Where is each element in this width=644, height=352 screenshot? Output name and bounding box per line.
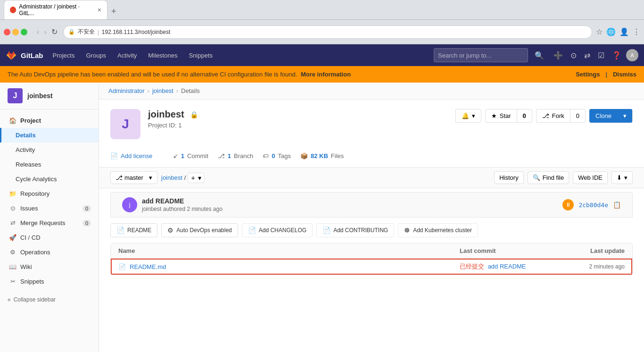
add-kubernetes-btn[interactable]: ☸ Add Kubernetes cluster xyxy=(398,223,478,237)
file-icon: 📄 xyxy=(118,263,126,270)
account-btn[interactable]: 👤 xyxy=(619,27,629,36)
nav-icons: ➕ ⊙ ⇄ ☑ ❓ A xyxy=(551,44,638,66)
add-changelog-btn[interactable]: 📄 Add CHANGELOG xyxy=(242,223,313,237)
changelog-icon: 📄 xyxy=(248,226,256,234)
nav-activity[interactable]: Activity xyxy=(112,44,142,66)
fork-icon: ⎇ xyxy=(542,112,549,119)
maximize-btn[interactable] xyxy=(21,29,27,35)
star-count: 0 xyxy=(523,112,526,119)
gitlab-text: GitLab xyxy=(21,51,43,59)
breadcrumb-project[interactable]: joinbest xyxy=(152,87,173,94)
merge-requests-btn[interactable]: ⇄ xyxy=(581,44,593,66)
contributing-icon: 📄 xyxy=(322,226,330,234)
help-btn[interactable]: ❓ xyxy=(609,44,624,66)
commit-hash-link[interactable]: 2cb80d4e xyxy=(578,201,608,209)
download-btn[interactable]: ⬇ ▾ xyxy=(611,171,633,184)
breadcrumb-root[interactable]: Administrator xyxy=(108,87,145,94)
tags-link[interactable]: 🏷 0 Tags xyxy=(263,152,291,159)
sidebar-item-project[interactable]: 🏠 Project xyxy=(0,113,99,128)
new-tab-btn[interactable]: + xyxy=(107,5,120,18)
commit-link-text[interactable]: add README xyxy=(488,263,526,270)
sidebar-collapse-btn[interactable]: « Collapse sidebar xyxy=(0,293,99,307)
sidebar-project-name: joinbest xyxy=(27,92,53,100)
gitlab-logo[interactable]: GitLab xyxy=(6,50,43,61)
tab-close-btn[interactable]: × xyxy=(98,6,101,14)
plus-btn[interactable]: ➕ xyxy=(551,44,566,66)
app-layout: J joinbest 🏠 Project Details Activity Re… xyxy=(0,83,644,352)
clone-dropdown-btn[interactable]: ▾ xyxy=(617,109,633,123)
col-update: Last update xyxy=(554,247,625,254)
sidebar-nav: 🏠 Project Details Activity Releases Cycl… xyxy=(0,109,99,293)
notify-btn[interactable]: 🔔 ▾ xyxy=(455,109,481,123)
banner-dismiss-btn[interactable]: Dismiss xyxy=(613,71,636,78)
path-add-btn[interactable]: + ▾ xyxy=(188,173,204,183)
file-list-header: Name Last commit Last update xyxy=(111,243,632,259)
close-btn[interactable] xyxy=(4,29,10,35)
size-link[interactable]: 📦 82 KB Files xyxy=(300,152,344,159)
sidebar-item-repository[interactable]: 📁 Repository xyxy=(0,186,99,201)
nav-snippets[interactable]: Snippets xyxy=(183,44,218,66)
issues-badge: 0 xyxy=(83,205,91,212)
sidebar-item-cycle-analytics[interactable]: Cycle Analytics xyxy=(0,172,99,186)
sidebar-item-issues[interactable]: ⊙ Issues 0 xyxy=(0,201,99,216)
nav-projects[interactable]: Projects xyxy=(47,44,81,66)
menu-btn[interactable]: ⋮ xyxy=(633,27,640,36)
sidebar-item-details[interactable]: Details xyxy=(0,128,99,142)
web-ide-btn[interactable]: Web IDE xyxy=(573,171,608,184)
active-tab[interactable]: Administrator / joinbest · GitL... × xyxy=(4,0,107,19)
sidebar-item-operations[interactable]: ⚙ Operations xyxy=(0,245,99,260)
path-root[interactable]: joinbest xyxy=(161,174,182,181)
branch-selector[interactable]: ⎇ master ▾ xyxy=(110,171,157,184)
project-icon: 🏠 xyxy=(9,117,17,124)
user-avatar[interactable]: A xyxy=(626,49,638,61)
branches-link[interactable]: ⎇ 1 Branch xyxy=(218,152,253,159)
sidebar-item-merge-requests[interactable]: ⇄ Merge Requests 0 xyxy=(0,216,99,230)
translate-btn[interactable]: 🌐 xyxy=(606,27,616,36)
nav-groups[interactable]: Groups xyxy=(80,44,112,66)
banner-more-info-link[interactable]: More information xyxy=(301,71,351,78)
add-license-link[interactable]: 📄 Add license xyxy=(110,152,152,159)
readme-btn[interactable]: 📄 README xyxy=(110,223,157,237)
sidebar-item-cicd[interactable]: 🚀 CI / CD xyxy=(0,230,99,245)
back-btn[interactable]: ‹ xyxy=(35,26,41,37)
sidebar-item-snippets[interactable]: ✂ Snippets xyxy=(0,274,99,289)
sidebar-item-releases[interactable]: Releases xyxy=(0,157,99,172)
banner-settings-link[interactable]: Settings xyxy=(576,71,600,78)
address-bar[interactable]: 🔒 不安全 | 192.168.111.3/root/joinbest xyxy=(63,25,592,39)
repository-icon: 📁 xyxy=(9,190,17,197)
fork-btn[interactable]: ⎇ Fork xyxy=(536,109,570,123)
main-content: Administrator › joinbest › Details J joi… xyxy=(99,83,644,352)
visibility-icon: 🔒 xyxy=(190,111,198,118)
clone-btn[interactable]: Clone xyxy=(589,109,617,123)
banner-actions: Settings | Dismiss xyxy=(576,71,636,78)
refresh-btn[interactable]: ↻ xyxy=(50,26,59,37)
issues-btn[interactable]: ⊙ xyxy=(568,44,579,66)
sidebar-project-header: J joinbest xyxy=(0,83,99,109)
find-file-btn[interactable]: 🔍 Find file xyxy=(528,171,570,184)
add-contributing-btn[interactable]: 📄 Add CONTRIBUTING xyxy=(316,223,394,237)
commit-author: joinbest authored 2 minutes ago xyxy=(142,206,223,212)
nav-milestones[interactable]: Milestones xyxy=(142,44,183,66)
file-name[interactable]: 📄 README.md xyxy=(118,263,460,270)
cicd-icon: 🚀 xyxy=(9,234,17,241)
commits-link[interactable]: ↙ 1 Commit xyxy=(173,152,208,159)
fork-count-btn[interactable]: 0 xyxy=(570,109,586,123)
auto-devops-btn[interactable]: ⚙ Auto DevOps enabled xyxy=(161,223,238,237)
find-file-icon: 🔍 xyxy=(533,174,540,181)
star-icon: ★ xyxy=(491,112,497,119)
star-btn[interactable]: ★ Star xyxy=(485,109,517,123)
sidebar-item-activity[interactable]: Activity xyxy=(0,142,99,157)
todo-btn[interactable]: ☑ xyxy=(595,44,607,66)
star-count-btn[interactable]: 0 xyxy=(517,109,532,123)
search-input[interactable] xyxy=(434,48,528,62)
search-btn[interactable]: 🔍 xyxy=(532,44,547,66)
bookmark-btn[interactable]: ☆ xyxy=(596,27,603,36)
commit-avatar: j xyxy=(122,197,137,212)
project-details: joinbest 🔒 Project ID: 1 xyxy=(148,109,198,129)
minimize-btn[interactable] xyxy=(12,29,19,35)
sidebar-item-wiki[interactable]: 📖 Wiki xyxy=(0,260,99,274)
table-row[interactable]: 📄 README.md 已经提交 add README 2 minutes ag… xyxy=(111,259,632,275)
copy-hash-btn[interactable]: 📋 xyxy=(613,201,621,209)
history-btn[interactable]: History xyxy=(494,171,523,184)
forward-btn[interactable]: › xyxy=(42,26,48,37)
